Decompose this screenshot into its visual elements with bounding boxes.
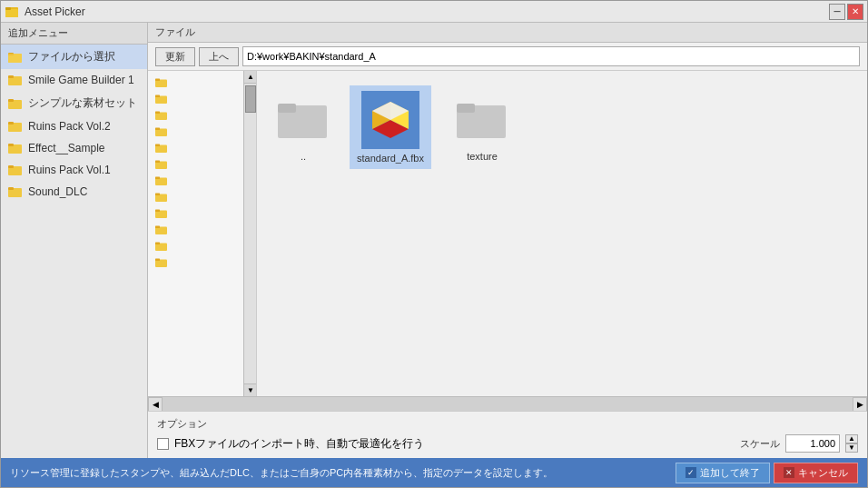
tree-item[interactable] — [148, 156, 256, 173]
folder-icon-6 — [8, 164, 23, 176]
tree-item[interactable] — [148, 238, 256, 254]
texture-folder-icon — [453, 89, 511, 147]
main-content: 追加メニュー ファイルから選択 — [1, 23, 867, 458]
folder-icon — [8, 51, 23, 64]
title-text: Asset Picker — [25, 5, 85, 18]
scroll-left-btn[interactable]: ◀ — [148, 397, 163, 412]
svg-rect-27 — [155, 144, 160, 147]
cancel-button-label: キャンセル — [798, 466, 848, 480]
sidebar-item-smile-label: Smile Game Builder 1 — [28, 74, 134, 86]
svg-rect-25 — [155, 128, 160, 131]
svg-rect-50 — [457, 104, 475, 113]
file-panel-header: ファイル — [148, 23, 867, 43]
sidebar-item-sound-label: Sound_DLC — [28, 185, 87, 198]
svg-rect-17 — [8, 187, 14, 190]
path-input[interactable] — [242, 46, 860, 66]
sidebar: 追加メニュー ファイルから選択 — [1, 23, 148, 458]
status-bar: リソース管理に登録したスタンプや、組み込んだDLC、またはご自身のPC内各種素材… — [1, 458, 867, 487]
fbx-label: standard_A.fbx — [357, 153, 424, 164]
tree-scroll-thumb — [245, 85, 256, 113]
add-and-finish-button[interactable]: ✓ 追加して終了 — [676, 463, 770, 483]
spin-buttons: ▲ ▼ — [845, 434, 858, 453]
tree-item[interactable] — [148, 189, 256, 205]
minimize-button[interactable]: ─ — [829, 4, 845, 20]
svg-rect-33 — [155, 194, 160, 196]
scroll-right-btn[interactable]: ▶ — [853, 397, 867, 412]
cancel-button[interactable]: ✕ キャンセル — [774, 463, 858, 483]
fbx-optimize-checkbox[interactable] — [157, 438, 169, 450]
svg-rect-35 — [155, 210, 160, 213]
sidebar-item-smile-game-builder[interactable]: Smile Game Builder 1 — [1, 69, 147, 91]
status-buttons: ✓ 追加して終了 ✕ キャンセル — [676, 463, 858, 483]
refresh-button[interactable]: 更新 — [155, 47, 195, 66]
file-item-dotdot[interactable]: .. — [271, 85, 335, 169]
folder-icon-2 — [8, 74, 23, 86]
sidebar-item-sound-dlc[interactable]: Sound_DLC — [1, 181, 147, 203]
folder-icon-3 — [8, 97, 23, 110]
sidebar-item-ruins1-label: Ruins Pack Vol.1 — [28, 164, 111, 176]
spin-down-btn[interactable]: ▼ — [845, 443, 858, 453]
spin-up-btn[interactable]: ▲ — [845, 434, 858, 443]
tree-item[interactable] — [148, 205, 256, 222]
svg-rect-39 — [155, 243, 160, 245]
svg-rect-11 — [8, 122, 14, 124]
svg-rect-19 — [155, 79, 160, 82]
check-icon: ✓ — [686, 467, 696, 478]
scale-label: スケール — [740, 437, 780, 451]
sidebar-item-ruins-vol1[interactable]: Ruins Pack Vol.1 — [1, 159, 147, 181]
scroll-track — [163, 397, 853, 412]
tree-item[interactable] — [148, 124, 256, 140]
tree-item[interactable] — [148, 75, 256, 91]
folder-icon-7 — [8, 185, 23, 198]
tree-item[interactable] — [148, 140, 256, 156]
scale-input[interactable] — [785, 434, 840, 453]
tree-item[interactable] — [148, 254, 256, 271]
svg-rect-43 — [278, 104, 296, 113]
tree-item[interactable] — [148, 173, 256, 189]
svg-rect-7 — [8, 75, 14, 78]
options-right: スケール ▲ ▼ — [740, 434, 858, 453]
folder-icon-4 — [8, 120, 23, 133]
svg-rect-37 — [155, 226, 160, 229]
file-item-fbx[interactable]: standard_A.fbx — [350, 85, 431, 169]
sidebar-item-file-select[interactable]: ファイルから選択 — [1, 45, 147, 69]
options-left: FBXファイルのインポート時、自動で最適化を行う — [157, 436, 424, 452]
main-window: Asset Picker ─ ✕ 追加メニュー ファイルから選択 — [0, 0, 868, 488]
file-item-texture[interactable]: texture — [446, 85, 518, 169]
horizontal-scrollbar: ◀ ▶ — [148, 396, 867, 411]
svg-rect-15 — [8, 165, 14, 168]
file-grid: .. — [257, 71, 867, 396]
svg-rect-5 — [8, 54, 22, 63]
svg-rect-21 — [155, 95, 160, 98]
tree-item[interactable] — [148, 222, 256, 238]
sidebar-item-simple-materials[interactable]: シンプルな素材セット — [1, 91, 147, 115]
sidebar-item-simple-label: シンプルな素材セット — [28, 95, 137, 111]
dotdot-folder-icon — [274, 89, 332, 147]
up-button[interactable]: 上へ — [199, 47, 239, 66]
svg-rect-1 — [5, 9, 18, 17]
options-panel: オプション FBXファイルのインポート時、自動で最適化を行う スケール ▲ ▼ — [148, 411, 867, 458]
x-icon: ✕ — [784, 467, 794, 478]
tree-scrollbar: ▲ ▼ — [243, 71, 256, 396]
sidebar-item-effect-sample[interactable]: Effect__Sample — [1, 137, 147, 159]
sidebar-item-effect-label: Effect__Sample — [28, 142, 105, 154]
close-button[interactable]: ✕ — [847, 4, 863, 20]
sidebar-item-ruins-vol2[interactable]: Ruins Pack Vol.2 — [1, 115, 147, 137]
texture-label: texture — [467, 151, 498, 162]
app-icon — [5, 5, 19, 19]
sidebar-item-file-select-label: ファイルから選択 — [28, 49, 115, 65]
svg-rect-41 — [155, 259, 160, 262]
title-bar: Asset Picker ─ ✕ — [1, 1, 867, 23]
svg-rect-31 — [155, 177, 160, 180]
folder-tree: ▲ ▼ — [148, 71, 257, 396]
right-panel: ファイル 更新 上へ — [148, 23, 867, 458]
tree-scroll-up-btn[interactable]: ▲ — [244, 71, 257, 84]
tree-item[interactable] — [148, 107, 256, 124]
tree-scroll — [148, 71, 256, 274]
options-row: FBXファイルのインポート時、自動で最適化を行う スケール ▲ ▼ — [157, 434, 858, 453]
tree-item[interactable] — [148, 91, 256, 107]
fbx-icon — [361, 91, 419, 149]
toolbar: 更新 上へ — [148, 43, 867, 71]
tree-scroll-down-btn[interactable]: ▼ — [244, 383, 257, 396]
title-buttons: ─ ✕ — [829, 4, 863, 20]
